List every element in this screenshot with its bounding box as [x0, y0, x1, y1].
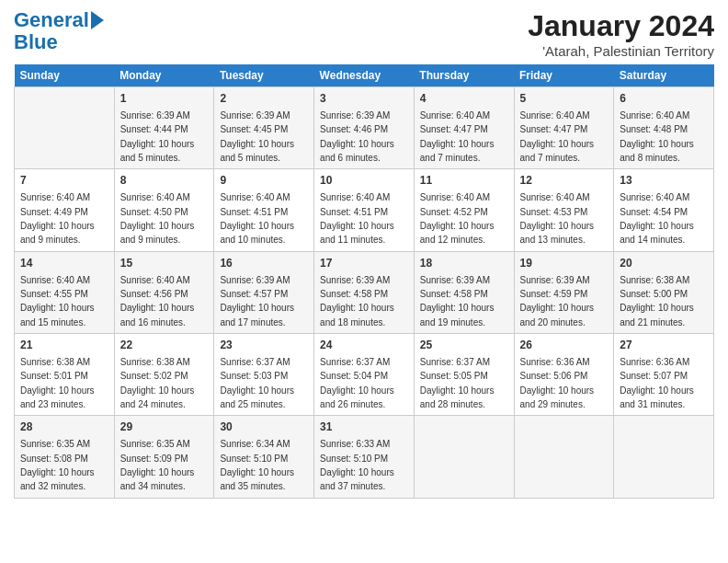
- table-row: 9 Sunrise: 6:40 AM Sunset: 4:51 PM Dayli…: [214, 169, 314, 251]
- day-sunrise: Sunrise: 6:35 AM: [20, 439, 90, 449]
- day-sunrise: Sunrise: 6:39 AM: [220, 275, 290, 285]
- day-sunset: Sunset: 4:59 PM: [520, 289, 588, 299]
- day-daylight: Daylight: 10 hours and 23 minutes.: [20, 385, 95, 409]
- day-number: 25: [420, 338, 508, 353]
- day-sunset: Sunset: 5:02 PM: [120, 371, 188, 381]
- day-sunrise: Sunrise: 6:39 AM: [220, 110, 290, 121]
- header-thursday: Thursday: [414, 64, 514, 87]
- day-sunrise: Sunrise: 6:39 AM: [120, 110, 190, 121]
- table-row: 7 Sunrise: 6:40 AM Sunset: 4:49 PM Dayli…: [15, 169, 115, 251]
- logo-arrow-icon: [91, 11, 104, 29]
- day-number: 12: [520, 173, 609, 189]
- day-number: 16: [220, 256, 308, 271]
- day-daylight: Daylight: 10 hours and 9 minutes.: [20, 221, 95, 245]
- day-sunset: Sunset: 5:00 PM: [620, 289, 688, 299]
- table-row: 24 Sunrise: 6:37 AM Sunset: 5:04 PM Dayl…: [314, 334, 415, 416]
- day-sunrise: Sunrise: 6:40 AM: [520, 192, 590, 202]
- day-number: 15: [120, 256, 209, 271]
- table-row: 20 Sunrise: 6:38 AM Sunset: 5:00 PM Dayl…: [614, 251, 714, 333]
- day-daylight: Daylight: 10 hours and 15 minutes.: [20, 303, 95, 327]
- day-number: 23: [220, 338, 308, 353]
- day-daylight: Daylight: 10 hours and 20 minutes.: [520, 303, 595, 327]
- day-sunrise: Sunrise: 6:38 AM: [20, 357, 90, 367]
- day-daylight: Daylight: 10 hours and 26 minutes.: [320, 385, 394, 409]
- day-number: 29: [120, 419, 209, 435]
- day-sunset: Sunset: 4:44 PM: [120, 124, 188, 134]
- header-sunday: Sunday: [15, 64, 115, 87]
- day-sunset: Sunset: 5:06 PM: [520, 371, 588, 381]
- day-daylight: Daylight: 10 hours and 19 minutes.: [420, 303, 495, 327]
- table-row: 4 Sunrise: 6:40 AM Sunset: 4:47 PM Dayli…: [414, 87, 514, 169]
- day-number: 14: [20, 256, 108, 271]
- calendar-table: Sunday Monday Tuesday Wednesday Thursday…: [14, 64, 714, 499]
- day-sunset: Sunset: 4:45 PM: [220, 124, 288, 134]
- day-sunset: Sunset: 4:54 PM: [620, 207, 688, 217]
- day-number: 20: [620, 256, 708, 271]
- table-row: 2 Sunrise: 6:39 AM Sunset: 4:45 PM Dayli…: [214, 87, 314, 169]
- day-sunset: Sunset: 4:48 PM: [620, 124, 688, 134]
- header: General Blue January 2024 'Atarah, Pales…: [14, 9, 714, 59]
- day-sunrise: Sunrise: 6:40 AM: [420, 192, 490, 202]
- calendar-header-row: Sunday Monday Tuesday Wednesday Thursday…: [15, 64, 714, 87]
- day-sunrise: Sunrise: 6:38 AM: [120, 357, 190, 367]
- day-number: 21: [20, 338, 108, 353]
- day-number: 28: [20, 419, 108, 435]
- day-sunset: Sunset: 5:01 PM: [20, 371, 88, 381]
- calendar-week-row: 21 Sunrise: 6:38 AM Sunset: 5:01 PM Dayl…: [15, 334, 714, 416]
- day-daylight: Daylight: 10 hours and 16 minutes.: [120, 303, 195, 327]
- header-tuesday: Tuesday: [214, 64, 314, 87]
- day-sunrise: Sunrise: 6:35 AM: [120, 439, 190, 449]
- header-saturday: Saturday: [614, 64, 714, 87]
- table-row: 25 Sunrise: 6:37 AM Sunset: 5:05 PM Dayl…: [414, 334, 514, 416]
- day-sunset: Sunset: 4:50 PM: [120, 207, 188, 217]
- table-row: 10 Sunrise: 6:40 AM Sunset: 4:51 PM Dayl…: [314, 169, 415, 251]
- header-friday: Friday: [514, 64, 614, 87]
- calendar-week-row: 7 Sunrise: 6:40 AM Sunset: 4:49 PM Dayli…: [15, 169, 714, 251]
- day-daylight: Daylight: 10 hours and 14 minutes.: [620, 221, 694, 245]
- day-number: 31: [320, 419, 408, 435]
- day-number: 17: [320, 256, 408, 271]
- day-sunrise: Sunrise: 6:40 AM: [520, 110, 590, 121]
- day-sunrise: Sunrise: 6:39 AM: [320, 275, 390, 285]
- table-row: 11 Sunrise: 6:40 AM Sunset: 4:52 PM Dayl…: [414, 169, 514, 251]
- day-daylight: Daylight: 10 hours and 31 minutes.: [620, 385, 694, 409]
- table-row: 28 Sunrise: 6:35 AM Sunset: 5:08 PM Dayl…: [15, 416, 115, 498]
- table-row: 21 Sunrise: 6:38 AM Sunset: 5:01 PM Dayl…: [15, 334, 115, 416]
- day-sunrise: Sunrise: 6:36 AM: [620, 357, 689, 367]
- day-number: 2: [220, 91, 308, 107]
- day-daylight: Daylight: 10 hours and 7 minutes.: [520, 139, 595, 163]
- calendar-week-row: 14 Sunrise: 6:40 AM Sunset: 4:55 PM Dayl…: [15, 251, 714, 333]
- day-daylight: Daylight: 10 hours and 32 minutes.: [20, 467, 95, 491]
- day-number: 22: [120, 338, 209, 353]
- day-number: 1: [120, 91, 209, 107]
- day-number: 4: [420, 91, 508, 107]
- day-number: 8: [120, 173, 209, 189]
- day-sunset: Sunset: 5:09 PM: [120, 454, 188, 464]
- day-sunrise: Sunrise: 6:37 AM: [420, 357, 490, 367]
- calendar-subtitle: 'Atarah, Palestinian Territory: [528, 43, 714, 59]
- day-daylight: Daylight: 10 hours and 21 minutes.: [620, 303, 694, 327]
- day-daylight: Daylight: 10 hours and 37 minutes.: [320, 467, 394, 491]
- day-sunset: Sunset: 4:47 PM: [520, 124, 588, 134]
- table-row: 26 Sunrise: 6:36 AM Sunset: 5:06 PM Dayl…: [514, 334, 614, 416]
- day-daylight: Daylight: 10 hours and 29 minutes.: [520, 385, 595, 409]
- day-daylight: Daylight: 10 hours and 12 minutes.: [420, 221, 495, 245]
- table-row: [614, 416, 714, 498]
- day-sunset: Sunset: 4:49 PM: [20, 207, 88, 217]
- day-sunset: Sunset: 4:53 PM: [520, 207, 588, 217]
- table-row: 18 Sunrise: 6:39 AM Sunset: 4:58 PM Dayl…: [414, 251, 514, 333]
- day-sunset: Sunset: 4:47 PM: [420, 124, 488, 134]
- table-row: 3 Sunrise: 6:39 AM Sunset: 4:46 PM Dayli…: [314, 87, 415, 169]
- day-daylight: Daylight: 10 hours and 6 minutes.: [320, 139, 394, 163]
- table-row: 15 Sunrise: 6:40 AM Sunset: 4:56 PM Dayl…: [114, 251, 214, 333]
- day-sunset: Sunset: 4:52 PM: [420, 207, 488, 217]
- day-sunrise: Sunrise: 6:40 AM: [220, 192, 290, 202]
- table-row: [514, 416, 614, 498]
- day-daylight: Daylight: 10 hours and 24 minutes.: [120, 385, 195, 409]
- table-row: 5 Sunrise: 6:40 AM Sunset: 4:47 PM Dayli…: [514, 87, 614, 169]
- table-row: 1 Sunrise: 6:39 AM Sunset: 4:44 PM Dayli…: [114, 87, 214, 169]
- day-sunrise: Sunrise: 6:34 AM: [220, 439, 290, 449]
- day-sunset: Sunset: 4:46 PM: [320, 124, 388, 134]
- day-sunset: Sunset: 5:08 PM: [20, 454, 88, 464]
- table-row: 29 Sunrise: 6:35 AM Sunset: 5:09 PM Dayl…: [114, 416, 214, 498]
